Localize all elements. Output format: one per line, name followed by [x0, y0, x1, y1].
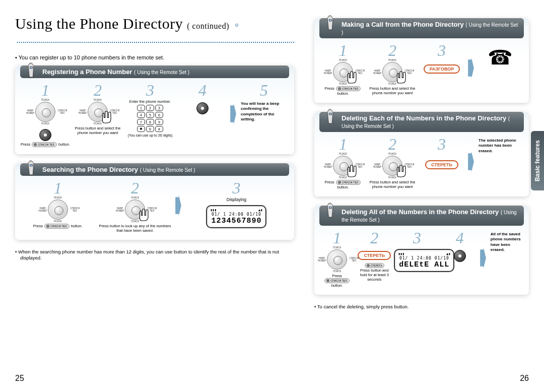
dpad-icon: ПОИСКПОИСК НАБР. НОМЕРСПИСОК ТЕЛ. [320, 247, 354, 272]
list-button-icon: СПИСОК ТЕЛ. [324, 278, 350, 283]
list-button-icon: СПИСОК ТЕЛ. [44, 224, 70, 229]
talk-button-icon: РАЗГОВОР [424, 64, 460, 74]
person-calling-icon: ☎ [485, 42, 515, 73]
section-call: Making a Call from the Phone Directory (… [314, 18, 529, 103]
dpad-with-hand-icon: ПОИСК ПОИСК НАБР. НОМЕР СПИСОК ТЕЛ. [81, 99, 115, 124]
intro-note: You can register up to 10 phone numbers … [15, 54, 294, 60]
search-footnote: When the searching phone number has more… [15, 249, 294, 262]
side-tab: Basic features [531, 131, 544, 190]
right-page: Making a Call from the Phone Directory (… [314, 15, 529, 310]
delete-button-icon: СТЕРЕТЬ [358, 251, 391, 260]
page-number-left: 25 [15, 374, 24, 383]
step-4: 4 [442, 230, 478, 263]
delete-button-icon: СТЕРЕТЬ [425, 160, 458, 169]
step-2: 2 ПОИСК ПОИСК НАБР. НОМЕР СПИСОК ТЕЛ. Pr… [73, 82, 123, 135]
dpad-with-hand-icon: ПОИСКПОИСК НАБР. НОМЕРСПИСОК ТЕЛ. [375, 153, 410, 178]
cordless-phone-icon [322, 109, 337, 126]
cordless-phone-icon [322, 15, 337, 32]
section-header: Making a Call from the Phone Directory (… [319, 18, 524, 38]
arrow-right-icon [467, 149, 474, 176]
section-delete-all: Deleting All of the Numbers in the Phone… [314, 206, 529, 295]
step-1: 1 ПОИСКПОИСК НАБР. НОМЕРСПИСОК ТЕЛ. Pres… [319, 42, 367, 96]
dpad-with-hand-icon: ПОИСКПОИСК НАБР. НОМЕРСПИСОК ТЕЛ. [375, 59, 410, 85]
dpad-with-hand-icon: ПОИСК ПОИСК НАБР. НОМЕР СПИСОК ТЕЛ. [118, 197, 152, 222]
arrow-right-icon [230, 101, 237, 128]
keypad-icon: 123 456 789 ✱0# [137, 105, 163, 132]
step-3: 3 Enter the phone number. 123 456 789 ✱0… [125, 82, 175, 137]
section-delete-each: Deleting Each of the Numbers in the Phon… [314, 112, 529, 197]
cordless-phone-icon [23, 160, 38, 177]
section-header: Deleting All of the Numbers in the Phone… [319, 206, 524, 226]
step-2: 2 СТЕРЕТЬ СТЕРЕТЬ Press button and hold … [357, 230, 392, 282]
arrow-right-icon [480, 245, 487, 273]
divider-icon [17, 42, 294, 43]
delete-small-button-icon: СТЕРЕТЬ [365, 263, 384, 268]
result-cartoon: ☎ [477, 42, 524, 73]
list-button-icon: СПИСОК ТЕЛ. [336, 86, 361, 91]
page-number-right: 26 [520, 374, 529, 383]
step-1: 1 ПОИСКПОИСК НАБР. НОМЕРСПИСОК ТЕЛ. Pres… [319, 230, 355, 288]
delete-all-footnote: To cancel the deleting, simply press but… [314, 304, 529, 310]
step-5: 5 You will hear a beep confirming the co… [239, 82, 289, 124]
step-3: 3 ▮▮▮▲▮ 01/ 1 24:00 01/10 dELEtE ALL [394, 230, 440, 274]
page-title: Using the Phone Directory ( continued) [15, 15, 294, 49]
step-2: 2 ПОИСКПОИСК НАБР. НОМЕРСПИСОК ТЕЛ. Pres… [369, 42, 416, 95]
list-button-icon: СПИСОК ТЕЛ. [32, 142, 57, 147]
result: The selected phone number has been erase… [477, 136, 524, 156]
cordless-phone-icon [23, 62, 38, 80]
lcd-display-icon: ▮▮▮▲▮ 01/ 1 24:00 01/10 1234567890 [206, 205, 266, 228]
section-header: Registering a Phone Number ( Using the R… [20, 66, 289, 78]
step-3: 3 Displaying ▮▮▮▲▮ 01/ 1 24:00 01/10 123… [184, 180, 289, 230]
step-1: 1 ПОИСК ПОИСК НАБР. НОМЕР СПИСОК ТЕЛ. Pr… [20, 180, 95, 229]
step-2: 2 ПОИСКПОИСК НАБР. НОМЕРСПИСОК ТЕЛ. Pres… [369, 136, 416, 189]
cordless-phone-icon [322, 203, 337, 220]
arrow-right-icon [467, 55, 474, 83]
arrow-right-icon [175, 193, 182, 220]
round-button-icon [39, 129, 51, 141]
step-1: 1 ПОИСК ПОИСК НАБР. НОМЕР СПИСОК ТЕЛ. Pr… [20, 82, 71, 147]
bullet-icon [235, 24, 238, 27]
section-search: Searching the Phone Directory ( Using th… [15, 163, 294, 240]
dpad-icon: ПОИСК ПОИСК НАБР. НОМЕР СПИСОК ТЕЛ. [41, 197, 75, 222]
result: All of the saved phone numbers have been… [489, 230, 524, 255]
round-button-icon [454, 250, 466, 262]
dpad-icon: ПОИСК ПОИСК НАБР. НОМЕР СПИСОК ТЕЛ. [28, 99, 62, 124]
section-register: Registering a Phone Number ( Using the R… [15, 66, 294, 154]
step-2: 2 ПОИСК ПОИСК НАБР. НОМЕР СПИСОК ТЕЛ. Pr… [97, 180, 172, 233]
step-3: 3 СТЕРЕТЬ [418, 136, 465, 179]
step-1: 1 ПОИСКПОИСК НАБР. НОМЕРСПИСОК ТЕЛ. Pres… [319, 136, 367, 189]
list-button-icon: СПИСОК ТЕЛ. [336, 180, 361, 185]
section-header: Deleting Each of the Numbers in the Phon… [319, 112, 524, 132]
dpad-icon: ПОИСКПОИСК НАБР. НОМЕРСПИСОК ТЕЛ. [326, 59, 360, 85]
section-header: Searching the Phone Directory ( Using th… [20, 163, 289, 176]
dpad-icon: ПОИСКПОИСК НАБР. НОМЕРСПИСОК ТЕЛ. [326, 153, 360, 178]
step-4: 4 [177, 82, 228, 115]
round-button-icon [196, 102, 209, 114]
left-page: Using the Phone Directory ( continued) Y… [15, 15, 294, 310]
step-3: 3 РАЗГОВОР [418, 42, 465, 82]
